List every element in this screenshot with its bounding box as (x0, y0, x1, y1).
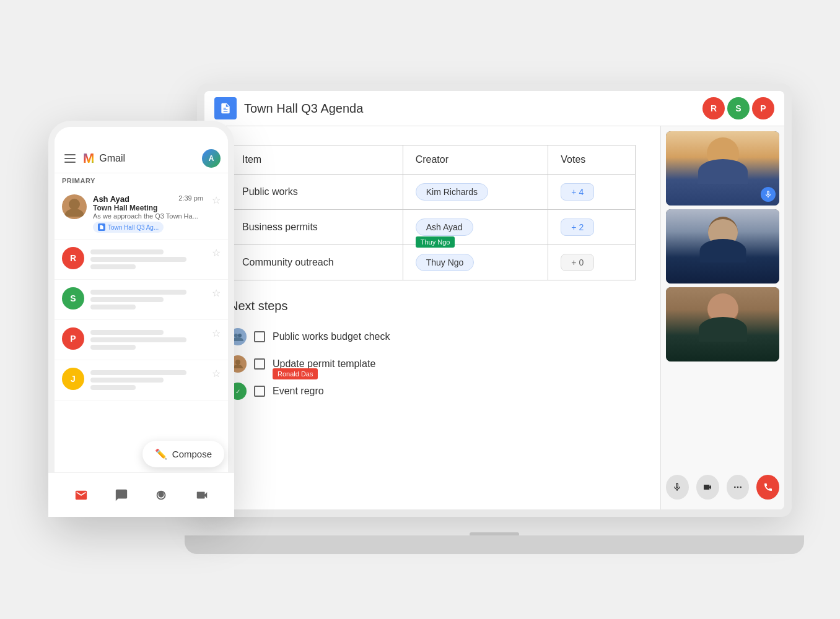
nav-video[interactable] (195, 488, 209, 502)
nav-chat[interactable] (115, 488, 128, 502)
email-sender-name: Ash Ayad (93, 194, 129, 204)
nav-meet[interactable] (155, 488, 168, 502)
skeleton-content-p (90, 327, 203, 352)
mic-indicator-1 (761, 187, 776, 202)
svg-point-5 (740, 487, 742, 488)
laptop-base (185, 535, 804, 554)
hamburger-line-3 (64, 162, 76, 163)
task-checkbox-3[interactable] (254, 386, 265, 397)
scene: Town Hall Q3 Agenda R S P (48, 46, 792, 573)
skel-line-2s (90, 297, 164, 302)
votes-cell-2: + 2 (548, 210, 636, 245)
hamburger-menu-button[interactable] (62, 152, 78, 165)
star-icon-j[interactable]: ☆ (212, 368, 221, 379)
agenda-table: Item Creator Votes Public works Kim Rich… (229, 145, 636, 280)
skeleton-email-p: P ☆ (55, 320, 228, 360)
vote-badge-2[interactable]: + 2 (561, 219, 594, 236)
skel-line-1j (90, 370, 186, 375)
table-row: Public works Kim Richards + 4 (230, 175, 636, 210)
video-person-3-bg (666, 287, 779, 361)
creator-badge-2: Ash Ayad (416, 219, 473, 236)
svg-point-4 (737, 487, 739, 488)
cursor-label-thuy: Thuy Ngo (416, 236, 455, 248)
avatar-p: P (752, 97, 774, 119)
phone-body: M Gmail A PRIMARY Ash Ayad 2:39 pm (48, 121, 234, 517)
svg-point-2 (235, 360, 240, 365)
skeleton-email-s: S ☆ (55, 280, 228, 320)
skel-line-1p (90, 330, 164, 335)
compose-label: Compose (172, 449, 212, 459)
chip-label: Town Hall Q3 Ag... (108, 224, 159, 231)
cursor-tooltip-thuy: Thuy Ngo Thuy Ngo (416, 254, 475, 271)
phone: M Gmail A PRIMARY Ash Ayad 2:39 pm (48, 121, 234, 517)
skeleton-email-r: R ☆ (55, 240, 228, 280)
skeleton-content-j (90, 368, 203, 392)
skel-line-3s (90, 305, 136, 310)
vote-badge-1[interactable]: + 4 (561, 183, 594, 201)
gmail-m-logo: M (83, 150, 94, 167)
email-content-ash: Ash Ayad 2:39 pm Town Hall Meeting As we… (93, 194, 203, 233)
doc-body[interactable]: Item Creator Votes Public works Kim Rich… (204, 126, 660, 509)
votes-cell-1: + 4 (548, 175, 636, 210)
next-steps-title: Next steps (229, 299, 636, 313)
meet-icon (155, 488, 168, 502)
docs-header: Town Hall Q3 Agenda R S P (204, 91, 784, 126)
user-avatar[interactable]: A (202, 149, 221, 168)
skel-line-2j (90, 378, 164, 383)
call-controls (666, 470, 779, 504)
chip-docs-icon (98, 223, 105, 231)
skel-line-2p (90, 337, 186, 342)
task-item-1: Public works budget check (229, 323, 636, 350)
svg-point-0 (234, 334, 238, 337)
video-tile-3 (666, 287, 779, 361)
skeleton-avatar-p: P (62, 327, 84, 350)
star-icon-p[interactable]: ☆ (212, 327, 221, 339)
table-header-creator: Creator (403, 145, 548, 175)
compose-pencil-icon: ✏️ (155, 448, 167, 460)
gmail-app-label: Gmail (99, 153, 125, 164)
email-chip-ash: Town Hall Q3 Ag... (93, 222, 164, 233)
skel-line-2 (90, 257, 186, 262)
docs-app-icon[interactable] (214, 97, 237, 119)
compose-button[interactable]: ✏️ Compose (142, 441, 224, 467)
task-text-3: Event regro (273, 386, 324, 396)
camera-icon (702, 482, 712, 492)
email-sender-ash: Ash Ayad 2:39 pm (93, 194, 203, 204)
item-cell-2: Business permits (230, 210, 403, 245)
video-tile-1 (666, 131, 779, 206)
creator-badge-3: Thuy Ngo (416, 254, 475, 271)
email-item-ash[interactable]: Ash Ayad 2:39 pm Town Hall Meeting As we… (55, 188, 228, 240)
task-checkbox-2[interactable] (254, 358, 265, 370)
creator-cell-1: Kim Richards (403, 175, 548, 210)
star-icon-ash[interactable]: ☆ (212, 194, 221, 206)
chip-icon-svg (99, 225, 104, 230)
more-button[interactable] (727, 475, 750, 500)
task-checkbox-1[interactable] (254, 331, 265, 342)
vote-badge-3[interactable]: + 0 (561, 254, 594, 271)
avatar-s: S (727, 97, 750, 119)
skeleton-email-j: J ☆ (55, 360, 228, 400)
docs-svg-icon (219, 102, 232, 115)
skeleton-avatar-r: R (62, 247, 84, 269)
person-body-3 (699, 317, 747, 342)
end-call-button[interactable] (756, 475, 779, 500)
cursor-tooltip-ronald: Ronald Das Event regro (273, 386, 324, 397)
laptop-screen: Town Hall Q3 Agenda R S P (204, 91, 784, 509)
docs-content-area: Item Creator Votes Public works Kim Rich… (204, 126, 784, 509)
star-icon-r[interactable]: ☆ (212, 247, 221, 259)
hamburger-line-1 (64, 154, 76, 155)
votes-cell-3: + 0 (548, 245, 636, 280)
mic-button[interactable] (666, 475, 689, 500)
svg-point-6 (69, 199, 80, 210)
skel-line-1s (90, 290, 186, 295)
svg-point-1 (238, 334, 242, 337)
skel-line-3 (90, 264, 136, 269)
skeleton-avatar-s: S (62, 287, 84, 310)
star-icon-s[interactable]: ☆ (212, 287, 221, 299)
nav-mail[interactable] (74, 488, 88, 502)
camera-button[interactable] (696, 475, 719, 500)
phone-statusbar (55, 127, 228, 144)
video-sidebar (660, 126, 784, 509)
video-person-2-bg (666, 209, 779, 284)
video-tile-2 (666, 209, 779, 284)
